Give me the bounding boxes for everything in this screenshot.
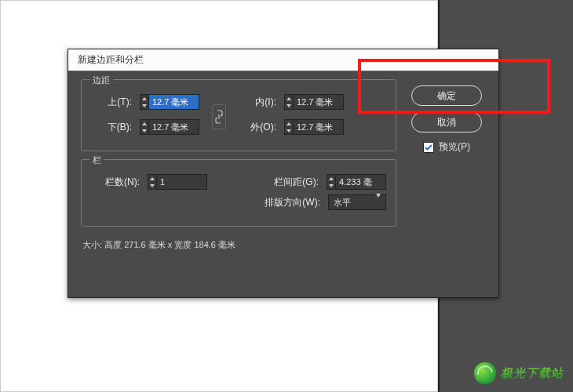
stepper-buttons[interactable] — [148, 174, 157, 190]
margin-inner-label: 内(I): — [235, 96, 276, 109]
direction-select[interactable]: 水平 — [328, 194, 386, 210]
column-count-input[interactable]: 1 — [157, 174, 207, 190]
site-name: 极光下载站 — [501, 366, 564, 381]
margin-top-stepper[interactable]: 12.7 毫米 — [140, 94, 199, 110]
margin-inner-input[interactable]: 12.7 毫米 — [294, 94, 344, 110]
link-margins-icon[interactable] — [212, 104, 226, 129]
margin-bottom-stepper[interactable]: 12.7 毫米 — [140, 119, 199, 135]
gutter-stepper[interactable]: 4.233 毫 — [327, 174, 386, 190]
margin-bottom-label: 下(B): — [91, 121, 132, 134]
dialog-title: 新建边距和分栏 — [78, 53, 144, 67]
chevron-down-icon — [376, 198, 381, 207]
stepper-buttons[interactable] — [327, 174, 336, 190]
size-readout: 大小: 高度 271.6 毫米 x 宽度 184.6 毫米 — [81, 234, 396, 256]
margin-bottom-input[interactable]: 12.7 毫米 — [149, 119, 199, 135]
columns-fieldset: 栏 栏数(N): 1 栏间距(G): 4.233 毫 排版方向(W): — [81, 159, 396, 227]
dialog-titlebar[interactable]: 新建边距和分栏 — [68, 49, 498, 71]
margin-inner-stepper[interactable]: 12.7 毫米 — [284, 94, 344, 110]
stepper-buttons[interactable] — [140, 94, 149, 110]
margin-outer-input[interactable]: 12.7 毫米 — [294, 119, 344, 135]
direction-label: 排版方向(W): — [254, 196, 320, 209]
margins-legend: 边距 — [89, 74, 113, 86]
column-count-label: 栏数(N): — [91, 176, 140, 189]
site-logo: 极光下载站 — [474, 362, 564, 384]
direction-value: 水平 — [334, 197, 351, 209]
globe-icon — [474, 362, 496, 384]
stepper-buttons[interactable] — [284, 119, 294, 135]
gutter-label: 栏间距(G): — [262, 176, 319, 189]
margin-top-input[interactable]: 12.7 毫米 — [149, 94, 199, 110]
preview-label: 预览(P) — [439, 140, 470, 154]
margins-fieldset: 边距 上(T): 12.7 毫米 下(B): — [81, 79, 396, 151]
cancel-button[interactable]: 取消 — [411, 112, 482, 132]
columns-legend: 栏 — [89, 154, 104, 166]
ok-button[interactable]: 确定 — [411, 85, 482, 106]
stepper-buttons[interactable] — [140, 119, 149, 135]
preview-checkbox[interactable] — [423, 142, 434, 153]
stepper-buttons[interactable] — [284, 94, 294, 110]
gutter-input[interactable]: 4.233 毫 — [336, 174, 386, 190]
margin-outer-label: 外(O): — [235, 121, 276, 134]
margins-columns-dialog: 新建边距和分栏 边距 上(T): 12.7 毫米 — [68, 49, 499, 298]
margin-outer-stepper[interactable]: 12.7 毫米 — [284, 119, 344, 135]
margin-top-label: 上(T): — [91, 96, 132, 109]
column-count-stepper[interactable]: 1 — [148, 174, 207, 190]
